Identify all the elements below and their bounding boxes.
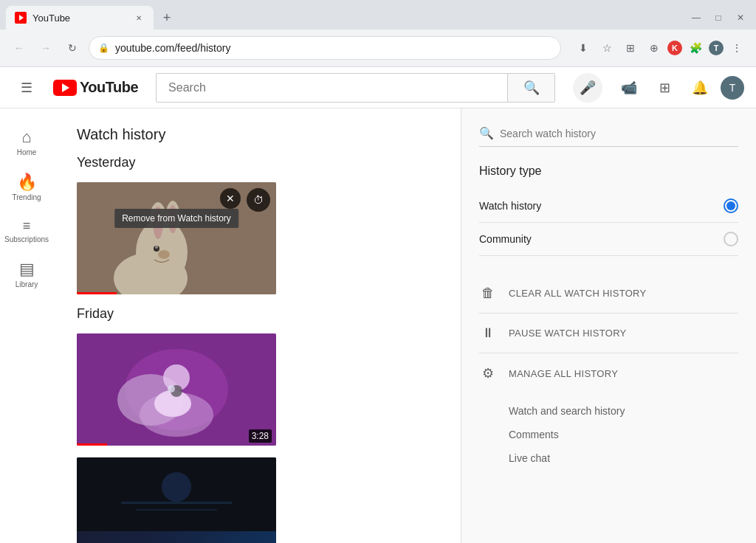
- search-input[interactable]: [157, 74, 507, 102]
- create-video-button[interactable]: 📹: [614, 73, 644, 103]
- watch-history-radio[interactable]: [724, 198, 738, 213]
- create-icon: 📹: [621, 80, 637, 96]
- svg-point-24: [162, 472, 191, 502]
- video-item-dark: [77, 457, 437, 543]
- panel-search: 🔍: [479, 126, 738, 147]
- apps-grid-icon[interactable]: ⊞: [620, 38, 641, 58]
- browser-chrome: YouTube ✕ + — □ ✕ ← → ↻ 🔒 youtube.com/fe…: [0, 0, 756, 67]
- maximize-button[interactable]: □: [709, 8, 728, 27]
- header-actions: 📹 ⊞ 🔔 T: [614, 73, 744, 103]
- browser-titlebar: YouTube ✕ + — □ ✕: [0, 0, 756, 30]
- hamburger-icon: ☰: [21, 80, 32, 96]
- sidebar-home-label: Home: [17, 148, 37, 156]
- sidebar-trending-label: Trending: [12, 193, 41, 201]
- extension-t-badge[interactable]: T: [709, 41, 724, 55]
- watch-history-option[interactable]: Watch history: [479, 190, 738, 223]
- forward-button[interactable]: →: [35, 38, 56, 58]
- extension-k-badge[interactable]: K: [667, 41, 682, 55]
- history-panel: 🔍 History type Watch history Community: [461, 108, 756, 543]
- youtube-content: Watch history Yesterday: [53, 108, 756, 543]
- purple-image: [77, 333, 276, 446]
- clear-history-button[interactable]: 🗑 CLEAR ALL WATCH HISTORY: [479, 274, 738, 314]
- gear-icon: ⚙: [479, 365, 497, 381]
- close-button[interactable]: ✕: [731, 8, 750, 27]
- dark-image: [77, 457, 276, 531]
- notification-button[interactable]: 🔔: [685, 73, 715, 103]
- search-icon: 🔍: [523, 80, 540, 96]
- radio-selected-dot: [726, 201, 735, 210]
- bell-icon: 🔔: [692, 80, 708, 96]
- youtube-main: ⌂ Home 🔥 Trending ≡ Subscriptions ▤ Libr…: [0, 108, 756, 543]
- trash-icon: 🗑: [479, 286, 497, 301]
- translate-icon[interactable]: ⊕: [644, 38, 664, 58]
- clear-history-label: CLEAR ALL WATCH HISTORY: [509, 288, 647, 299]
- watch-later-icon[interactable]: ⏱: [247, 188, 270, 212]
- user-avatar[interactable]: T: [721, 76, 744, 100]
- manage-history-label: MANAGE ALL HISTORY: [509, 368, 618, 379]
- svg-point-22: [168, 385, 175, 392]
- search-bar[interactable]: 🔍: [156, 73, 555, 103]
- apps-button[interactable]: ⊞: [650, 73, 679, 103]
- panel-sub-items: Watch and search history Comments Live c…: [479, 399, 738, 470]
- apps-icon: ⊞: [659, 80, 670, 96]
- search-button[interactable]: 🔍: [507, 73, 554, 103]
- yesterday-section: Yesterday: [77, 155, 437, 294]
- video-duration: 3:28: [249, 429, 272, 443]
- tab-close-button[interactable]: ✕: [133, 12, 145, 24]
- sidebar-item-library[interactable]: ▤ Library: [1, 252, 52, 294]
- remove-from-history-button[interactable]: ✕: [220, 188, 241, 209]
- panel-search-icon: 🔍: [479, 126, 494, 140]
- minimize-button[interactable]: —: [687, 8, 706, 27]
- clock-icon: ⏱: [253, 194, 264, 206]
- bookmark-icon[interactable]: ☆: [597, 38, 617, 58]
- comments-link[interactable]: Comments: [509, 423, 738, 446]
- puzzle-icon[interactable]: 🧩: [685, 38, 706, 58]
- more-options-icon[interactable]: ⋮: [726, 38, 747, 58]
- browser-addressbar: ← → ↻ 🔒 youtube.com/feed/history ⬇ ☆ ⊞ ⊕…: [0, 30, 756, 66]
- video-item-purple: 3:28: [77, 333, 437, 446]
- friday-label: Friday: [77, 306, 437, 322]
- history-type-title: History type: [479, 165, 738, 178]
- browser-tab[interactable]: YouTube ✕: [6, 6, 154, 30]
- live-chat-link[interactable]: Live chat: [509, 446, 738, 470]
- panel-search-input[interactable]: [500, 128, 738, 139]
- back-button[interactable]: ←: [9, 38, 30, 58]
- bunny-thumbnail[interactable]: ⏱ ✕ Remove from Watch history: [77, 182, 276, 294]
- sidebar-subscriptions-label: Subscriptions: [4, 235, 49, 243]
- youtube-logo[interactable]: YouTube: [53, 79, 138, 96]
- pause-icon: ⏸: [479, 325, 497, 341]
- refresh-button[interactable]: ↻: [62, 38, 83, 58]
- subscriptions-icon: ≡: [23, 219, 31, 232]
- lock-icon: 🔒: [98, 43, 109, 53]
- download-icon[interactable]: ⬇: [573, 38, 594, 58]
- new-tab-button[interactable]: +: [157, 7, 177, 28]
- svg-rect-25: [121, 502, 232, 504]
- sidebar-item-trending[interactable]: 🔥 Trending: [1, 165, 52, 207]
- pause-history-label: PAUSE WATCH HISTORY: [509, 328, 627, 339]
- youtube-logo-icon: [53, 80, 77, 96]
- mic-button[interactable]: 🎤: [573, 73, 602, 103]
- home-icon: ⌂: [21, 129, 31, 145]
- watch-search-history-link[interactable]: Watch and search history: [509, 399, 738, 423]
- address-text: youtube.com/feed/history: [115, 42, 551, 54]
- library-icon: ▤: [19, 261, 35, 277]
- mic-icon: 🎤: [580, 80, 596, 96]
- community-option[interactable]: Community: [479, 223, 738, 256]
- pause-history-button[interactable]: ⏸ PAUSE WATCH HISTORY: [479, 314, 738, 353]
- history-type-section: History type Watch history Community: [479, 165, 738, 256]
- svg-rect-26: [136, 509, 217, 511]
- tab-title: YouTube: [32, 13, 127, 24]
- community-radio[interactable]: [724, 232, 738, 246]
- window-controls: — □ ✕: [687, 8, 750, 27]
- sidebar-item-subscriptions[interactable]: ≡ Subscriptions: [1, 210, 52, 249]
- youtube-sidebar: ⌂ Home 🔥 Trending ≡ Subscriptions ▤ Libr…: [0, 108, 53, 543]
- history-main: Watch history Yesterday: [53, 108, 461, 543]
- menu-button[interactable]: ☰: [12, 73, 41, 103]
- sidebar-item-home[interactable]: ⌂ Home: [1, 120, 52, 162]
- manage-history-button[interactable]: ⚙ MANAGE ALL HISTORY: [479, 353, 738, 393]
- friday-section: Friday: [77, 306, 437, 543]
- purple-thumbnail[interactable]: 3:28: [77, 333, 276, 446]
- watch-history-label: Watch history: [479, 200, 541, 212]
- dark-thumbnail[interactable]: [77, 457, 276, 543]
- address-bar[interactable]: 🔒 youtube.com/feed/history: [89, 36, 561, 60]
